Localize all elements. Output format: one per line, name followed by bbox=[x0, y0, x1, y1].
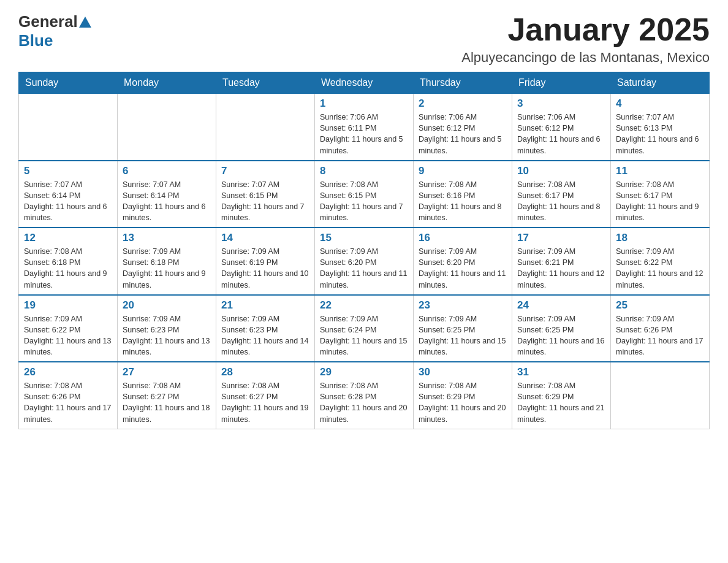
day-info: Sunrise: 7:09 AM Sunset: 6:25 PM Dayligh… bbox=[517, 313, 605, 358]
day-number: 3 bbox=[517, 98, 605, 110]
day-number: 7 bbox=[221, 165, 309, 177]
day-info: Sunrise: 7:09 AM Sunset: 6:21 PM Dayligh… bbox=[517, 246, 605, 291]
day-info: Sunrise: 7:08 AM Sunset: 6:28 PM Dayligh… bbox=[320, 380, 408, 425]
day-info: Sunrise: 7:08 AM Sunset: 6:18 PM Dayligh… bbox=[24, 246, 112, 291]
day-info: Sunrise: 7:07 AM Sunset: 6:14 PM Dayligh… bbox=[24, 179, 112, 224]
day-info: Sunrise: 7:08 AM Sunset: 6:27 PM Dayligh… bbox=[221, 380, 309, 425]
day-number: 19 bbox=[24, 299, 112, 312]
logo: General Blue bbox=[18, 12, 93, 50]
day-info: Sunrise: 7:08 AM Sunset: 6:29 PM Dayligh… bbox=[517, 380, 605, 425]
day-info: Sunrise: 7:09 AM Sunset: 6:18 PM Dayligh… bbox=[123, 246, 211, 291]
day-number: 26 bbox=[24, 366, 112, 378]
day-info: Sunrise: 7:09 AM Sunset: 6:19 PM Dayligh… bbox=[221, 246, 309, 291]
day-number: 24 bbox=[517, 299, 605, 312]
day-info: Sunrise: 7:09 AM Sunset: 6:23 PM Dayligh… bbox=[123, 313, 211, 358]
day-info: Sunrise: 7:07 AM Sunset: 6:14 PM Dayligh… bbox=[123, 179, 211, 224]
calendar-header-row: SundayMondayTuesdayWednesdayThursdayFrid… bbox=[19, 72, 710, 94]
calendar-header-tuesday: Tuesday bbox=[216, 72, 315, 94]
calendar-header-thursday: Thursday bbox=[414, 72, 512, 94]
calendar-header-wednesday: Wednesday bbox=[315, 72, 414, 94]
day-info: Sunrise: 7:09 AM Sunset: 6:23 PM Dayligh… bbox=[221, 313, 309, 358]
calendar-cell: 12Sunrise: 7:08 AM Sunset: 6:18 PM Dayli… bbox=[19, 228, 118, 295]
calendar-cell: 10Sunrise: 7:08 AM Sunset: 6:17 PM Dayli… bbox=[512, 161, 611, 228]
day-number: 13 bbox=[123, 232, 211, 244]
day-info: Sunrise: 7:09 AM Sunset: 6:20 PM Dayligh… bbox=[320, 246, 408, 291]
day-number: 4 bbox=[616, 98, 704, 110]
day-number: 23 bbox=[419, 299, 507, 312]
calendar-header-saturday: Saturday bbox=[611, 72, 710, 94]
month-title: January 2025 bbox=[461, 12, 710, 47]
day-info: Sunrise: 7:08 AM Sunset: 6:17 PM Dayligh… bbox=[616, 179, 704, 224]
calendar-cell: 2Sunrise: 7:06 AM Sunset: 6:12 PM Daylig… bbox=[414, 94, 512, 161]
day-number: 30 bbox=[419, 366, 507, 378]
calendar-cell: 8Sunrise: 7:08 AM Sunset: 6:15 PM Daylig… bbox=[315, 161, 414, 228]
day-number: 28 bbox=[221, 366, 309, 378]
calendar-cell: 25Sunrise: 7:09 AM Sunset: 6:26 PM Dayli… bbox=[611, 295, 710, 362]
calendar-cell bbox=[611, 362, 710, 429]
day-number: 31 bbox=[517, 366, 605, 378]
calendar-cell: 5Sunrise: 7:07 AM Sunset: 6:14 PM Daylig… bbox=[19, 161, 118, 228]
day-info: Sunrise: 7:09 AM Sunset: 6:25 PM Dayligh… bbox=[419, 313, 507, 358]
calendar-cell: 4Sunrise: 7:07 AM Sunset: 6:13 PM Daylig… bbox=[611, 94, 710, 161]
calendar-table: SundayMondayTuesdayWednesdayThursdayFrid… bbox=[18, 72, 710, 429]
calendar-cell: 15Sunrise: 7:09 AM Sunset: 6:20 PM Dayli… bbox=[315, 228, 414, 295]
day-info: Sunrise: 7:09 AM Sunset: 6:24 PM Dayligh… bbox=[320, 313, 408, 358]
calendar-cell: 16Sunrise: 7:09 AM Sunset: 6:20 PM Dayli… bbox=[414, 228, 512, 295]
calendar-header-friday: Friday bbox=[512, 72, 611, 94]
calendar-cell: 30Sunrise: 7:08 AM Sunset: 6:29 PM Dayli… bbox=[414, 362, 512, 429]
logo-general-text: General bbox=[18, 12, 78, 31]
calendar-cell: 29Sunrise: 7:08 AM Sunset: 6:28 PM Dayli… bbox=[315, 362, 414, 429]
day-info: Sunrise: 7:08 AM Sunset: 6:26 PM Dayligh… bbox=[24, 380, 112, 425]
calendar-cell bbox=[216, 94, 315, 161]
day-info: Sunrise: 7:08 AM Sunset: 6:16 PM Dayligh… bbox=[419, 179, 507, 224]
logo-triangle-icon bbox=[79, 17, 91, 28]
day-info: Sunrise: 7:08 AM Sunset: 6:15 PM Dayligh… bbox=[320, 179, 408, 224]
day-info: Sunrise: 7:08 AM Sunset: 6:27 PM Dayligh… bbox=[123, 380, 211, 425]
day-number: 15 bbox=[320, 232, 408, 244]
calendar-header-monday: Monday bbox=[118, 72, 216, 94]
calendar-cell: 24Sunrise: 7:09 AM Sunset: 6:25 PM Dayli… bbox=[512, 295, 611, 362]
calendar-cell: 3Sunrise: 7:06 AM Sunset: 6:12 PM Daylig… bbox=[512, 94, 611, 161]
day-number: 25 bbox=[616, 299, 704, 312]
day-info: Sunrise: 7:08 AM Sunset: 6:17 PM Dayligh… bbox=[517, 179, 605, 224]
day-info: Sunrise: 7:06 AM Sunset: 6:11 PM Dayligh… bbox=[320, 112, 408, 156]
calendar-week-row: 26Sunrise: 7:08 AM Sunset: 6:26 PM Dayli… bbox=[19, 362, 710, 429]
day-number: 2 bbox=[419, 98, 507, 110]
calendar-cell: 19Sunrise: 7:09 AM Sunset: 6:22 PM Dayli… bbox=[19, 295, 118, 362]
day-number: 6 bbox=[123, 165, 211, 177]
location-title: Alpuyecancingo de las Montanas, Mexico bbox=[461, 50, 710, 66]
calendar-cell: 9Sunrise: 7:08 AM Sunset: 6:16 PM Daylig… bbox=[414, 161, 512, 228]
day-info: Sunrise: 7:07 AM Sunset: 6:15 PM Dayligh… bbox=[221, 179, 309, 224]
day-info: Sunrise: 7:09 AM Sunset: 6:22 PM Dayligh… bbox=[616, 246, 704, 291]
calendar-week-row: 5Sunrise: 7:07 AM Sunset: 6:14 PM Daylig… bbox=[19, 161, 710, 228]
day-info: Sunrise: 7:06 AM Sunset: 6:12 PM Dayligh… bbox=[419, 112, 507, 156]
calendar-cell bbox=[118, 94, 216, 161]
day-number: 14 bbox=[221, 232, 309, 244]
day-number: 20 bbox=[123, 299, 211, 312]
calendar-cell: 11Sunrise: 7:08 AM Sunset: 6:17 PM Dayli… bbox=[611, 161, 710, 228]
page-header: General Blue January 2025 Alpuyecancingo… bbox=[18, 12, 710, 66]
day-info: Sunrise: 7:06 AM Sunset: 6:12 PM Dayligh… bbox=[517, 112, 605, 156]
calendar-cell: 21Sunrise: 7:09 AM Sunset: 6:23 PM Dayli… bbox=[216, 295, 315, 362]
day-number: 10 bbox=[517, 165, 605, 177]
calendar-cell: 26Sunrise: 7:08 AM Sunset: 6:26 PM Dayli… bbox=[19, 362, 118, 429]
calendar-week-row: 19Sunrise: 7:09 AM Sunset: 6:22 PM Dayli… bbox=[19, 295, 710, 362]
day-info: Sunrise: 7:09 AM Sunset: 6:20 PM Dayligh… bbox=[419, 246, 507, 291]
day-number: 12 bbox=[24, 232, 112, 244]
day-number: 11 bbox=[616, 165, 704, 177]
day-number: 16 bbox=[419, 232, 507, 244]
day-info: Sunrise: 7:07 AM Sunset: 6:13 PM Dayligh… bbox=[616, 112, 704, 156]
calendar-cell: 7Sunrise: 7:07 AM Sunset: 6:15 PM Daylig… bbox=[216, 161, 315, 228]
day-number: 9 bbox=[419, 165, 507, 177]
day-number: 29 bbox=[320, 366, 408, 378]
day-info: Sunrise: 7:08 AM Sunset: 6:29 PM Dayligh… bbox=[419, 380, 507, 425]
day-number: 5 bbox=[24, 165, 112, 177]
calendar-cell: 27Sunrise: 7:08 AM Sunset: 6:27 PM Dayli… bbox=[118, 362, 216, 429]
calendar-cell: 22Sunrise: 7:09 AM Sunset: 6:24 PM Dayli… bbox=[315, 295, 414, 362]
calendar-cell: 31Sunrise: 7:08 AM Sunset: 6:29 PM Dayli… bbox=[512, 362, 611, 429]
calendar-cell: 28Sunrise: 7:08 AM Sunset: 6:27 PM Dayli… bbox=[216, 362, 315, 429]
calendar-cell: 1Sunrise: 7:06 AM Sunset: 6:11 PM Daylig… bbox=[315, 94, 414, 161]
calendar-cell: 20Sunrise: 7:09 AM Sunset: 6:23 PM Dayli… bbox=[118, 295, 216, 362]
logo-blue-text: Blue bbox=[18, 31, 53, 50]
day-number: 22 bbox=[320, 299, 408, 312]
